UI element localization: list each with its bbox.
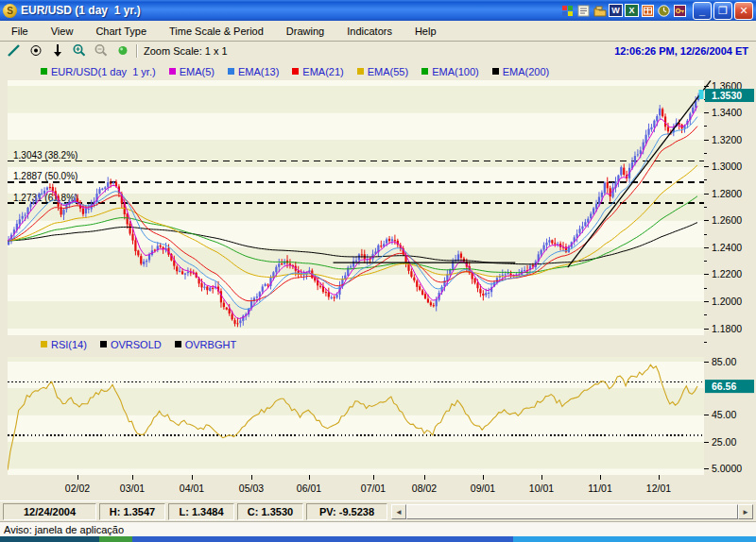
x-axis-label: 04/01	[180, 483, 204, 494]
legend-item: EMA(5)	[169, 66, 215, 77]
legend-swatch	[292, 68, 299, 75]
menu-item-view[interactable]: View	[40, 23, 85, 40]
line-tool-icon[interactable]	[7, 43, 22, 58]
price-axis-label: 1.3000	[712, 161, 742, 172]
price-stripes	[8, 59, 704, 382]
x-axis-label: 12/01	[646, 483, 671, 494]
rsi-highlight-label: 66.56	[712, 381, 736, 392]
rsi-axis-label: 5.0000	[712, 463, 742, 474]
menu-item-drawing[interactable]: Drawing	[275, 23, 335, 40]
status-cell: C: 1.3530	[237, 503, 303, 520]
rsi-legend: RSI(14)OVRSOLDOVRBGHT	[41, 338, 236, 350]
app-grid-icon[interactable]	[560, 4, 575, 17]
menu-item-help[interactable]: Help	[404, 23, 448, 40]
legend-item: EMA(200)	[492, 66, 550, 77]
price-axis-label: 1.2600	[712, 214, 742, 226]
window-buttons: _❐✕	[693, 2, 753, 20]
legend-item: RSI(14)	[41, 339, 87, 350]
zoom-scale-label: Zoom Scale: 1 x 1	[144, 45, 228, 57]
legend-item: EUR/USD(1 day 1 yr.)	[41, 66, 156, 77]
legend-item: OVRBGHT	[175, 339, 236, 350]
background-window-strip	[0, 536, 756, 542]
price-axis-label: 1.2400	[712, 242, 742, 253]
menu-item-chart-type[interactable]: Chart Type	[84, 23, 158, 40]
menu-item-time-scale-period[interactable]: Time Scale & Period	[158, 23, 275, 40]
legend-label: EUR/USD(1 day 1 yr.)	[51, 66, 156, 77]
price-legend: EUR/USD(1 day 1 yr.)EMA(5)EMA(13)EMA(21)…	[41, 65, 549, 77]
status-cell: 12/24/2004	[3, 503, 96, 520]
legend-swatch	[169, 68, 176, 75]
applet-warning-bar: Aviso: janela de aplicação	[0, 521, 756, 536]
x-axis-label: 06/01	[297, 483, 321, 494]
scroll-right-button[interactable]: ►	[738, 504, 753, 519]
last-price-marker	[699, 90, 704, 99]
legend-label: RSI(14)	[51, 339, 87, 350]
price-axis-label: 1.2000	[712, 296, 742, 307]
rsi-axis-label: 85.00	[712, 356, 736, 367]
window-title: EUR/USD (1 day 1 yr.)	[21, 4, 141, 17]
restore-button[interactable]: ❐	[713, 2, 732, 20]
legend-label: EMA(5)	[180, 66, 215, 77]
scrollbar-track[interactable]	[406, 504, 738, 519]
quote-cells: 12/24/2004H: 1.3547L: 1.3484C: 1.3530PV:…	[0, 503, 387, 520]
calendar-icon[interactable]	[641, 4, 655, 17]
menu-item-indicators[interactable]: Indicators	[335, 23, 404, 40]
status-cell: L: 1.3484	[168, 503, 234, 520]
legend-item: EMA(13)	[228, 66, 279, 77]
chart-canvas[interactable]: 1.3043 (38.2%)1.2887 (50.0%)1.2731 (61.8…	[0, 59, 756, 500]
down-arrow-icon[interactable]	[50, 43, 65, 58]
menu-item-file[interactable]: File	[0, 23, 40, 40]
title-bar: S EUR/USD (1 day 1 yr.) WX _❐✕	[0, 0, 756, 21]
titlebar-launcher-icons: WX	[560, 4, 687, 17]
rsi-axis-label: 45.00	[712, 409, 736, 420]
scroll-left-button[interactable]: ◄	[391, 504, 406, 519]
word-icon[interactable]: W	[609, 4, 623, 17]
legend-swatch	[175, 341, 181, 347]
crosshair-icon[interactable]	[28, 43, 43, 58]
tick-ball-icon[interactable]	[115, 43, 130, 58]
zoom-in-icon[interactable]	[72, 43, 87, 58]
x-axis-label: 11/01	[588, 483, 612, 494]
x-axis-label: 08/02	[412, 483, 437, 494]
legend-label: EMA(21)	[302, 66, 343, 77]
legend-label: EMA(100)	[432, 66, 479, 77]
legend-swatch	[421, 68, 428, 75]
legend-swatch	[41, 68, 47, 75]
legend-label: EMA(200)	[503, 66, 550, 77]
price-axis-label: 1.3200	[712, 134, 742, 145]
app-coin-icon: S	[3, 4, 17, 18]
strip-segment	[0, 536, 99, 542]
zoom-out-icon[interactable]	[94, 43, 109, 58]
legend-label: EMA(55)	[368, 66, 408, 77]
legend-swatch	[492, 68, 499, 75]
folder-open-icon[interactable]	[593, 4, 607, 17]
notes-icon[interactable]	[576, 4, 591, 17]
legend-item: EMA(100)	[421, 66, 479, 77]
close-button[interactable]: ✕	[734, 2, 753, 20]
horizontal-scrollbar[interactable]: ◄ ►	[391, 504, 753, 520]
fib-label: 1.3043 (38.2%)	[13, 150, 77, 161]
status-cell: PV: -9.5238	[306, 503, 387, 520]
rsi-axis-label: 25.00	[712, 436, 736, 448]
fib-label: 1.2887 (50.0%)	[13, 171, 77, 181]
legend-item: EMA(55)	[357, 66, 408, 77]
clock-icon[interactable]	[657, 4, 671, 17]
legend-swatch	[228, 68, 234, 75]
excel-icon[interactable]: X	[625, 4, 639, 17]
minimize-button[interactable]: _	[693, 2, 712, 20]
legend-label: EMA(13)	[238, 66, 279, 77]
legend-label: OVRBGHT	[185, 339, 236, 350]
key-icon[interactable]	[673, 4, 687, 17]
price-axis-label: 1.2200	[712, 268, 742, 279]
price-highlight-label: 1.3530	[712, 90, 742, 101]
toolbar-separator	[136, 44, 138, 58]
legend-label: OVRSOLD	[111, 339, 162, 350]
legend-swatch	[100, 341, 107, 347]
server-time-label: 12:06:26 PM, 12/26/2004 ET	[614, 45, 748, 57]
x-axis-label: 10/01	[529, 483, 554, 494]
x-axis-label: 09/01	[471, 483, 495, 494]
chart-area[interactable]: 1.3043 (38.2%)1.2887 (50.0%)1.2731 (61.8…	[0, 59, 756, 500]
legend-item: EMA(21)	[292, 66, 343, 77]
status-cell: H: 1.3547	[99, 503, 165, 520]
status-bar: 12/24/2004H: 1.3547L: 1.3484C: 1.3530PV:…	[0, 500, 756, 522]
